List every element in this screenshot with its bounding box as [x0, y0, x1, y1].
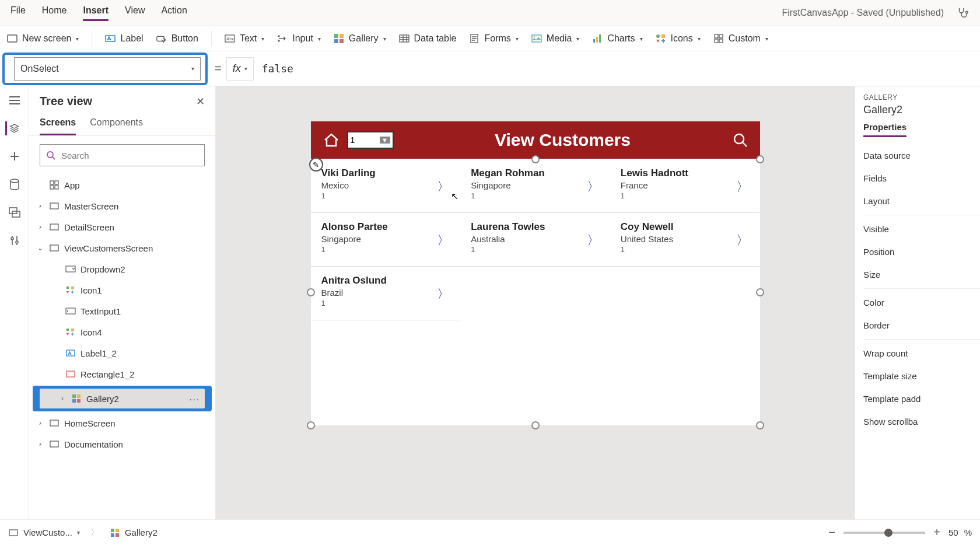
fx-button[interactable]: fx▾ [226, 57, 254, 81]
tree-item[interactable]: ⌄ViewCustomersScreen [29, 237, 215, 258]
property-row[interactable]: Size [863, 263, 980, 286]
gallery-item[interactable]: Coy NewellUnited States1〉 [610, 213, 760, 267]
tree-search-box[interactable] [40, 144, 205, 166]
rail-hamburger-icon[interactable] [8, 93, 22, 107]
rail-advanced-icon[interactable] [8, 233, 22, 247]
property-row[interactable]: Show scrollba [863, 410, 980, 433]
chevron-right-icon[interactable]: 〉 [437, 232, 450, 249]
rail-treeview-icon[interactable] [5, 121, 19, 135]
zoom-in-button[interactable]: + [931, 526, 943, 539]
gallery-item[interactable]: Alonso ParteeSingapore1〉 [311, 213, 461, 267]
resize-handle[interactable] [307, 421, 315, 429]
mock-header: 1 ▼ View Customers [311, 121, 760, 159]
menu-view[interactable]: View [125, 5, 145, 21]
tree-item[interactable]: Icon1 [29, 280, 215, 301]
tree-item[interactable]: TextInput1 [29, 301, 215, 322]
menu-action[interactable]: Action [161, 5, 187, 21]
resize-handle[interactable] [756, 421, 764, 429]
tree-item[interactable]: ›Documentation [29, 434, 215, 455]
formula-input[interactable]: false [254, 62, 980, 75]
app-status: FirstCanvasApp - Saved (Unpublished) [782, 8, 944, 18]
property-row[interactable]: Wrap count [863, 342, 980, 365]
resize-handle[interactable] [756, 288, 764, 296]
customer-number: 1 [321, 299, 450, 308]
tab-screens[interactable]: Screens [40, 111, 76, 135]
gallery-item[interactable]: Anitra OslundBrazil1〉 [311, 267, 461, 320]
property-row[interactable]: Data source [863, 144, 980, 167]
tree-item[interactable]: ›MasterScreen [29, 195, 215, 216]
canvas-area[interactable]: 1 ▼ View Customers Viki DarlingMexico1〉M… [216, 86, 855, 519]
gallery-item[interactable]: Megan RohmanSingapore1〉 [460, 159, 610, 213]
label-button[interactable]: Label [105, 33, 143, 44]
text-menu[interactable]: Abc Text▾ [225, 33, 264, 44]
app-checker-icon[interactable] [956, 6, 970, 20]
selection-badge[interactable]: ✎ [309, 158, 323, 172]
tree-item[interactable]: Rectangle1_2 [29, 364, 215, 385]
charts-menu[interactable]: Charts▾ [592, 33, 642, 44]
tree-item[interactable]: ›DetailScreen [29, 216, 215, 237]
dropdown-control[interactable]: 1 ▼ [347, 131, 394, 149]
tree-app-node[interactable]: App [29, 174, 215, 195]
close-panel-icon[interactable]: ✕ [196, 95, 205, 108]
tree-item[interactable]: Icon4 [29, 322, 215, 343]
tree-search-input[interactable] [61, 151, 198, 160]
menu-insert[interactable]: Insert [83, 5, 108, 21]
svg-rect-53 [9, 530, 18, 536]
rail-media-icon[interactable] [8, 205, 22, 219]
media-menu[interactable]: Media▾ [531, 33, 580, 44]
property-row[interactable]: Template size [863, 365, 980, 387]
zoom-slider[interactable] [844, 532, 925, 534]
home-icon[interactable] [323, 132, 340, 148]
rail-insert-icon[interactable] [8, 149, 22, 163]
equals-sign: = [210, 62, 226, 75]
property-row[interactable]: Template padd [863, 387, 980, 410]
resize-handle[interactable] [307, 288, 315, 296]
custom-icon [713, 33, 724, 44]
tree-item[interactable]: Dropdown2 [29, 258, 215, 280]
chevron-right-icon[interactable]: 〉 [736, 232, 749, 249]
tree-item-selected[interactable]: ›Gallery2··· [33, 386, 212, 411]
props-tab-properties[interactable]: Properties [863, 122, 907, 137]
chevron-right-icon[interactable]: 〉 [736, 178, 749, 195]
input-menu[interactable]: Input▾ [277, 33, 321, 44]
forms-menu[interactable]: Forms▾ [469, 33, 518, 44]
resize-handle[interactable] [756, 155, 764, 163]
gallery-menu[interactable]: Gallery▾ [334, 33, 386, 44]
resize-handle[interactable] [531, 155, 540, 163]
zoom-out-button[interactable]: − [826, 526, 838, 539]
more-icon[interactable]: ··· [189, 394, 200, 404]
property-row[interactable]: Border [863, 314, 980, 337]
tree-item[interactable]: ›HomeScreen [29, 413, 215, 434]
property-row[interactable]: Visible [863, 218, 980, 240]
svg-point-30 [47, 152, 53, 158]
menu-home[interactable]: Home [42, 5, 67, 21]
chevron-right-icon[interactable]: 〉 [587, 178, 600, 195]
property-row[interactable]: Fields [863, 167, 980, 190]
menu-file[interactable]: File [10, 5, 26, 21]
property-selector[interactable]: OnSelect ▾ [14, 57, 201, 81]
svg-rect-36 [50, 224, 58, 230]
button-button[interactable]: Button [156, 33, 198, 44]
tree-item[interactable]: Label1_2 [29, 343, 215, 364]
breadcrumb-selection[interactable]: Gallery2 [110, 527, 158, 537]
resize-handle[interactable] [531, 421, 540, 429]
property-row[interactable]: Color [863, 291, 980, 314]
property-row[interactable]: Layout [863, 190, 980, 212]
tab-components[interactable]: Components [90, 111, 143, 135]
gallery-item[interactable]: Lewis HadnottFrance1〉 [610, 159, 760, 213]
icons-menu[interactable]: Icons▾ [656, 33, 701, 44]
breadcrumb-screen[interactable]: ViewCusto... ▾ [8, 527, 80, 537]
chevron-right-icon[interactable]: 〉 [437, 178, 450, 195]
gallery-control[interactable]: Viki DarlingMexico1〉Megan RohmanSingapor… [311, 159, 760, 425]
property-row[interactable]: Position [863, 240, 980, 263]
data-table-button[interactable]: Data table [399, 33, 457, 44]
gallery-item[interactable]: Laurena TowlesAustralia1〉 [460, 213, 610, 267]
chevron-right-icon[interactable]: 〉 [587, 232, 600, 249]
new-screen-button[interactable]: New screen▾ [7, 33, 79, 44]
search-icon[interactable] [732, 132, 748, 148]
rail-data-icon[interactable] [8, 177, 22, 191]
custom-menu[interactable]: Custom▾ [713, 33, 768, 44]
chevron-right-icon[interactable]: 〉 [437, 285, 450, 303]
gallery-item[interactable]: Viki DarlingMexico1〉 [311, 159, 461, 213]
svg-rect-8 [334, 34, 338, 38]
